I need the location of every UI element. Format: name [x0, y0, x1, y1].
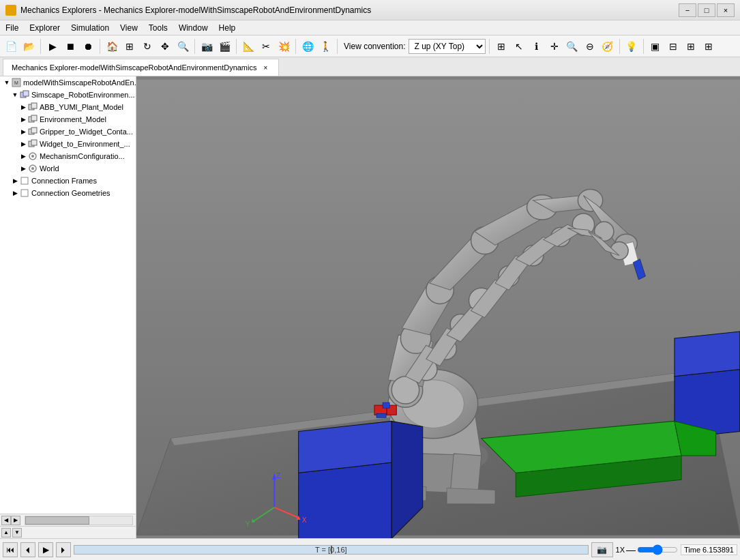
- toolbar-sep-3: [194, 39, 195, 54]
- compass-button[interactable]: 🧭: [600, 38, 616, 55]
- tree-label-conn-frames: Connection Frames: [31, 177, 97, 185]
- x-axis-label: X: [302, 516, 307, 524]
- svg-text:M: M: [14, 80, 18, 85]
- main-content: ▼ M modelWithSimscapeRobotAndEn... ▼: [0, 76, 740, 538]
- timeline-track[interactable]: T = [0,16]: [74, 545, 589, 555]
- viewport[interactable]: Z X Y: [136, 76, 740, 538]
- blue-box2-top: [675, 331, 740, 377]
- tree-arrow-right[interactable]: ▶: [11, 516, 20, 525]
- play-toolbar-button[interactable]: ▶: [44, 38, 61, 55]
- view-convention-label: View convention:: [344, 42, 406, 51]
- menu-view[interactable]: View: [115, 22, 143, 34]
- rotate-button[interactable]: ↻: [139, 38, 156, 55]
- blue-box-front: [299, 462, 392, 538]
- light-button[interactable]: 💡: [623, 38, 640, 55]
- toolbar-sep-2: [100, 39, 100, 54]
- zoom-in-button[interactable]: 🔍: [564, 38, 580, 55]
- pan-button[interactable]: ✥: [157, 38, 173, 55]
- capture-frame-button[interactable]: 📷: [591, 542, 613, 557]
- tree-item-widget-env[interactable]: ▶ Widget_to_Environment_...: [0, 138, 136, 150]
- left-panel: ▼ M modelWithSimscapeRobotAndEn... ▼: [0, 76, 136, 538]
- tree-expand-gripper[interactable]: ▶: [19, 126, 27, 138]
- time-range-label: T = [0,16]: [315, 546, 347, 554]
- tree-root-item[interactable]: ▼ M modelWithSimscapeRobotAndEn...: [0, 76, 136, 89]
- screenshot-button[interactable]: 📷: [198, 38, 215, 55]
- tree-scrollbar-track[interactable]: [25, 516, 133, 525]
- tree-container[interactable]: ▼ M modelWithSimscapeRobotAndEn... ▼: [0, 76, 136, 514]
- tree-arrow-down[interactable]: ▼: [12, 528, 22, 537]
- tree-expand-root[interactable]: ▼: [3, 76, 11, 89]
- tree-expand-mech[interactable]: ▶: [19, 150, 27, 162]
- gripper-blue-2: [376, 413, 386, 417]
- tree-label-env: Environment_Model: [40, 115, 106, 123]
- speed-slider[interactable]: [637, 544, 678, 555]
- step-forward-button[interactable]: ⏵: [56, 542, 71, 557]
- section-button[interactable]: ✂: [258, 38, 274, 55]
- svg-rect-17: [21, 190, 28, 196]
- grid-button[interactable]: ⊞: [493, 38, 509, 55]
- info-button[interactable]: ℹ: [529, 38, 545, 55]
- tree-arrow-up[interactable]: ▲: [1, 528, 11, 537]
- tree-expand-abb[interactable]: ▶: [19, 101, 27, 113]
- home-view-button[interactable]: 🏠: [104, 38, 120, 55]
- step-back-button[interactable]: ⏴: [20, 542, 35, 557]
- tree-item-simscape[interactable]: ▼ Simscape_RobotEnvironmen...: [0, 89, 136, 101]
- new-button[interactable]: 📄: [3, 38, 19, 55]
- tree-item-env[interactable]: ▶ Environment_Model: [0, 113, 136, 126]
- tree-nav-arrows: ◀ ▶: [0, 514, 22, 527]
- tree-expand-conn-frames[interactable]: ▶: [11, 175, 19, 187]
- menu-help[interactable]: Help: [213, 22, 241, 34]
- layout-4-button[interactable]: ⊞: [700, 38, 717, 55]
- tree-scrollbar[interactable]: ◀ ▶: [0, 514, 136, 526]
- toolbar-sep-5: [295, 39, 296, 54]
- layout-2h-button[interactable]: ⊟: [665, 38, 681, 55]
- app-icon: [5, 5, 16, 16]
- tree-item-abb[interactable]: ▶ ABB_YUMI_Plant_Model: [0, 101, 136, 113]
- minimize-button[interactable]: −: [679, 3, 696, 17]
- tree-expand-widget-env[interactable]: ▶: [19, 138, 27, 150]
- tree-arrow-left[interactable]: ◀: [1, 516, 11, 525]
- zoom-button[interactable]: 🔍: [175, 38, 191, 55]
- stop-toolbar-button[interactable]: ⏹: [62, 38, 78, 55]
- skip-to-start-button[interactable]: ⏮: [3, 542, 18, 557]
- svg-rect-16: [21, 177, 28, 184]
- svg-point-15: [31, 167, 34, 170]
- svg-point-13: [31, 155, 34, 158]
- menu-window[interactable]: Window: [173, 22, 213, 34]
- tree-item-world[interactable]: ▶ World: [0, 162, 136, 175]
- orbit-button[interactable]: 🌐: [299, 38, 316, 55]
- main-tab[interactable]: Mechanics Explorer-modelWithSimscapeRobo…: [3, 59, 279, 76]
- view-convention-select[interactable]: Z up (XY Top) Z up (XY Front) Y up (XZ T…: [409, 39, 486, 54]
- close-button[interactable]: ×: [717, 3, 735, 17]
- tree-item-gripper[interactable]: ▶ Gripper_to_Widget_Conta...: [0, 126, 136, 138]
- fit-button[interactable]: ⊞: [121, 38, 138, 55]
- tree-item-conn-geom[interactable]: ▶ Connection Geometries: [0, 187, 136, 199]
- measure-button[interactable]: 📐: [240, 38, 256, 55]
- restore-button[interactable]: □: [698, 3, 715, 17]
- menu-explorer[interactable]: Explorer: [24, 22, 65, 34]
- tree-expand-conn-geom[interactable]: ▶: [11, 187, 19, 199]
- tree-item-mech[interactable]: ▶ MechanismConfiguratio...: [0, 150, 136, 162]
- layout-2v-button[interactable]: ⊞: [683, 38, 699, 55]
- select-button[interactable]: ↖: [511, 38, 527, 55]
- tree-expand-world[interactable]: ▶: [19, 162, 27, 175]
- tree-expand-simscape[interactable]: ▼: [11, 89, 19, 101]
- record-button[interactable]: ⏺: [80, 38, 96, 55]
- play-pause-button[interactable]: ▶: [38, 542, 53, 557]
- view-convention-group: View convention: Z up (XY Top) Z up (XY …: [344, 39, 486, 54]
- tree-icon-conn-geom: [19, 188, 30, 198]
- cursor-button[interactable]: ✛: [546, 38, 563, 55]
- menu-simulation[interactable]: Simulation: [65, 22, 115, 34]
- menu-file[interactable]: File: [0, 22, 24, 34]
- video-button[interactable]: 🎬: [216, 38, 233, 55]
- tree-expand-env[interactable]: ▶: [19, 113, 27, 126]
- walk-button[interactable]: 🚶: [317, 38, 334, 55]
- tree-item-conn-frames[interactable]: ▶ Connection Frames: [0, 175, 136, 187]
- explode-button[interactable]: 💥: [276, 38, 292, 55]
- speed-control: 1X —: [616, 544, 678, 555]
- menu-tools[interactable]: Tools: [143, 22, 173, 34]
- zoom-out-button[interactable]: ⊖: [582, 38, 598, 55]
- tab-close-button[interactable]: ×: [261, 63, 270, 72]
- open-button[interactable]: 📂: [20, 38, 37, 55]
- layout-1-button[interactable]: ▣: [647, 38, 664, 55]
